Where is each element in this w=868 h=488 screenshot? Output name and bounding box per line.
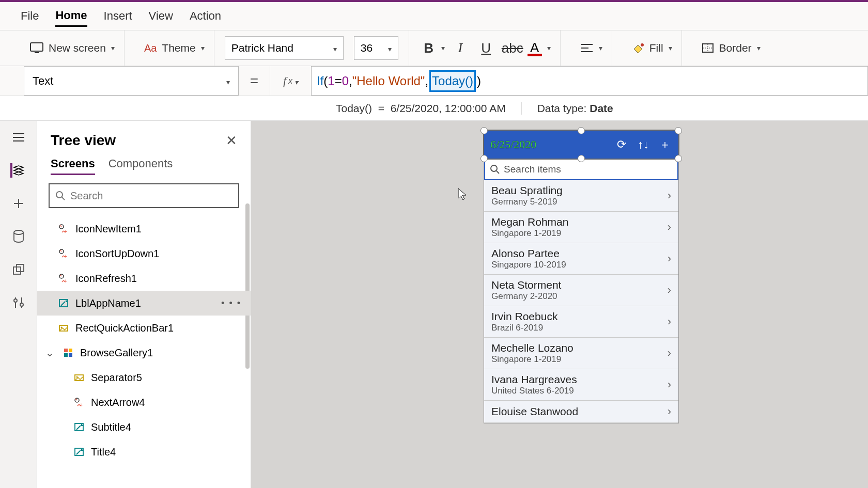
chevron-right-icon[interactable]: › — [668, 284, 671, 297]
item-subtitle: Singapore 1-2019 — [491, 354, 574, 365]
chevron-right-icon[interactable]: › — [668, 252, 671, 265]
node-type-icon — [63, 347, 74, 358]
data-icon[interactable] — [11, 229, 26, 244]
font-color-button[interactable]: A — [528, 40, 542, 56]
more-icon[interactable]: • • • — [221, 298, 241, 309]
selection-handle[interactable] — [578, 127, 585, 134]
chevron-right-icon[interactable]: › — [668, 315, 671, 328]
underline-button[interactable]: U — [476, 40, 497, 56]
refresh-icon[interactable]: ⟳ — [614, 138, 629, 151]
fill-button[interactable]: Fill — [649, 42, 663, 54]
property-select[interactable]: Text — [24, 66, 239, 96]
advanced-tools-icon[interactable] — [11, 295, 26, 310]
selection-handle[interactable] — [481, 127, 488, 134]
chevron-right-icon[interactable]: › — [668, 347, 671, 360]
theme-button[interactable]: Theme — [162, 42, 195, 54]
chevron-down-icon[interactable] — [599, 43, 602, 53]
gallery-item[interactable]: Elouise Stanwood› — [484, 401, 678, 423]
svg-point-20 — [20, 303, 23, 306]
italic-button[interactable]: I — [450, 40, 471, 56]
chevron-down-icon[interactable] — [441, 43, 445, 53]
gallery-item[interactable]: Megan RohmanSingapore 1-2019› — [484, 212, 678, 243]
chevron-down-icon[interactable] — [757, 43, 761, 53]
tab-screens[interactable]: Screens — [51, 157, 95, 175]
chevron-right-icon[interactable]: › — [668, 405, 671, 418]
tree-node[interactable]: ⌄BrowseGallery1 — [37, 340, 251, 365]
selection-handle[interactable] — [675, 127, 682, 134]
ribbon-group-format: B I U abc A — [409, 30, 561, 66]
expand-chevron-icon[interactable]: ⌄ — [45, 347, 54, 359]
tree-search-input[interactable]: Search — [49, 183, 239, 208]
node-type-icon: + — [58, 248, 69, 259]
datatype-value: Date — [590, 102, 613, 114]
selection-handle[interactable] — [481, 155, 488, 162]
menu-file[interactable]: File — [21, 6, 39, 26]
font-size-value: 36 — [361, 42, 373, 54]
media-icon[interactable] — [11, 262, 26, 277]
tree-view-icon[interactable] — [10, 163, 25, 178]
fx-button[interactable]: fx — [270, 66, 311, 96]
gallery-item[interactable]: Mechelle LozanoSingapore 1-2019› — [484, 338, 678, 369]
menu-view[interactable]: View — [149, 6, 173, 26]
font-size-select[interactable]: 36 — [354, 36, 398, 60]
tree-node[interactable]: LblAppName1• • • — [37, 291, 251, 316]
chevron-down-icon[interactable] — [201, 43, 205, 53]
item-name: Megan Rohman — [491, 216, 568, 228]
chevron-right-icon[interactable]: › — [668, 378, 671, 391]
svg-rect-16 — [17, 264, 24, 272]
app-title-label[interactable]: 6/25/2020 — [490, 138, 607, 151]
gallery-item[interactable]: Beau SpratlingGermany 5-2019› — [484, 180, 678, 212]
align-icon[interactable] — [580, 43, 594, 53]
item-subtitle: Singapore 10-2019 — [491, 260, 566, 270]
svg-point-18 — [14, 299, 17, 302]
formula-token: 0 — [342, 74, 349, 88]
gallery-item[interactable]: Irvin RoebuckBrazil 6-2019› — [484, 306, 678, 338]
search-placeholder: Search items — [504, 164, 561, 175]
chevron-down-icon[interactable] — [669, 43, 672, 53]
tree-node[interactable]: Separator5 — [37, 365, 251, 390]
close-icon[interactable]: ✕ — [226, 133, 237, 149]
add-icon[interactable]: ＋ — [658, 137, 672, 152]
chevron-down-icon[interactable] — [547, 43, 551, 53]
tree-node[interactable]: Subtitle4 — [37, 415, 251, 439]
formula-token: 1 — [328, 74, 334, 88]
tree-node[interactable]: +NextArrow4 — [37, 390, 251, 415]
hamburger-icon[interactable] — [11, 130, 26, 145]
sort-icon[interactable]: ↑↓ — [636, 138, 650, 151]
chevron-down-icon[interactable] — [111, 43, 115, 53]
node-label: LblAppName1 — [75, 297, 141, 309]
insert-icon[interactable] — [11, 196, 26, 211]
tree-node[interactable]: +IconRefresh1 — [37, 266, 251, 291]
menu-insert[interactable]: Insert — [104, 6, 132, 26]
svg-line-22 — [62, 197, 65, 200]
ribbon-group-border: Border — [692, 30, 770, 66]
gallery-item[interactable]: Alonso ParteeSingapore 10-2019› — [484, 243, 678, 275]
selection-handle[interactable] — [578, 155, 585, 162]
font-family-select[interactable]: Patrick Hand — [225, 36, 344, 60]
gallery-item[interactable]: Neta StormentGermany 2-2020› — [484, 275, 678, 306]
gallery-item[interactable]: Ivana HargreavesUnited States 6-2019› — [484, 369, 678, 401]
strikethrough-button[interactable]: abc — [502, 40, 522, 56]
formula-token: , — [349, 74, 352, 88]
chevron-right-icon[interactable]: › — [668, 189, 671, 202]
menu-action[interactable]: Action — [190, 6, 221, 26]
tree-node[interactable]: Title4 — [37, 439, 251, 464]
chevron-right-icon[interactable]: › — [668, 221, 671, 234]
tab-components[interactable]: Components — [109, 157, 173, 175]
tree-list: +IconNewItem1+IconSortUpDown1+IconRefres… — [37, 216, 251, 488]
formula-input[interactable]: If(1=0, "Hello World", Today()) — [311, 66, 868, 96]
border-icon — [702, 43, 714, 53]
canvas[interactable]: 6/25/2020 ⟳ ↑↓ ＋ Search items Beau Sprat… — [251, 121, 868, 488]
menu-home[interactable]: Home — [55, 6, 87, 27]
tree-node[interactable]: RectQuickActionBar1 — [37, 316, 251, 340]
app-preview: 6/25/2020 ⟳ ↑↓ ＋ Search items Beau Sprat… — [484, 130, 679, 423]
app-header[interactable]: 6/25/2020 ⟳ ↑↓ ＋ — [484, 131, 678, 159]
border-button[interactable]: Border — [719, 42, 752, 54]
new-screen-button[interactable]: New screen — [49, 42, 106, 54]
selection-handle[interactable] — [675, 155, 682, 162]
bold-button[interactable]: B — [419, 40, 439, 56]
svg-line-42 — [76, 426, 81, 430]
ribbon-group-screen: New screen — [21, 30, 125, 66]
tree-node[interactable]: +IconNewItem1 — [37, 216, 251, 241]
tree-node[interactable]: +IconSortUpDown1 — [37, 241, 251, 266]
